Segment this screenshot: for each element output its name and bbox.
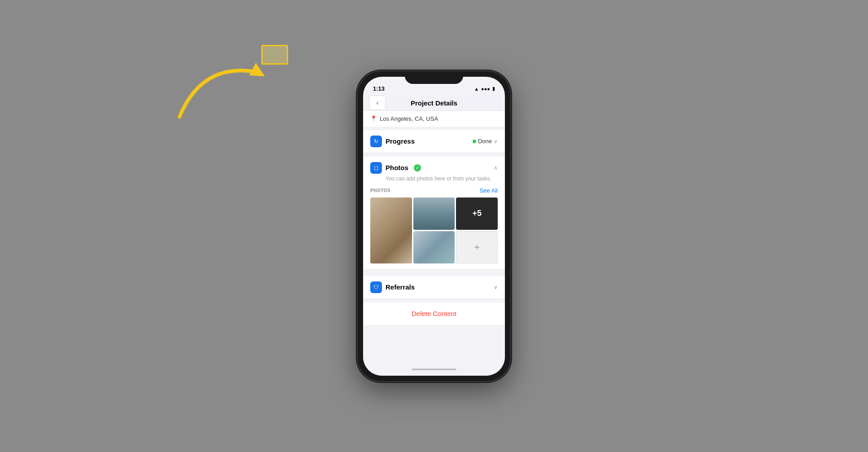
- progress-status: Done ∨: [473, 138, 498, 145]
- progress-header: ↻ Progress Done ∨: [370, 136, 498, 147]
- photos-chevron-icon: ∧: [494, 165, 498, 171]
- back-button[interactable]: ‹: [369, 96, 386, 110]
- wifi-icon: ●●●: [481, 86, 490, 92]
- home-indicator: [363, 363, 505, 376]
- referrals-section[interactable]: 🛡 Referrals ∨: [363, 276, 505, 299]
- referrals-icon: 🛡: [370, 281, 382, 293]
- photos-icon: ◻: [370, 162, 382, 174]
- see-all-button[interactable]: See All: [480, 187, 498, 194]
- location-row: 📍 Los Angeles, CA, USA: [363, 111, 505, 127]
- referrals-chevron-container: ∨: [494, 284, 498, 290]
- back-button-highlight: [261, 45, 288, 65]
- referrals-header-left: 🛡 Referrals: [370, 281, 415, 293]
- delete-button[interactable]: Delete Content: [412, 310, 456, 317]
- battery-icon: ▮: [492, 86, 495, 92]
- referrals-icon-symbol: 🛡: [373, 284, 379, 290]
- progress-status-dot: [473, 140, 476, 143]
- section-divider-2: [363, 153, 505, 157]
- nav-bar: ‹ Project Details: [363, 97, 505, 111]
- progress-icon-symbol: ↻: [374, 138, 378, 145]
- photos-label: PHOTOS: [370, 188, 390, 193]
- status-icons: ▲ ●●● ▮: [474, 86, 495, 92]
- photos-title: Photos: [386, 164, 408, 171]
- more-count-label: +5: [472, 209, 482, 218]
- photos-subtitle: You can add photos here or from your tas…: [386, 176, 498, 182]
- progress-header-left: ↻ Progress: [370, 136, 415, 147]
- progress-section[interactable]: ↻ Progress Done ∨: [363, 130, 505, 153]
- photos-check-badge: ✓: [414, 164, 421, 171]
- referrals-header: 🛡 Referrals ∨: [370, 281, 498, 293]
- photos-header: ◻ Photos ✓ ∧: [370, 162, 498, 174]
- photos-label-row: PHOTOS See All: [370, 187, 498, 194]
- photo-more[interactable]: +5: [456, 197, 498, 230]
- progress-title: Progress: [386, 137, 415, 145]
- photos-icon-symbol: ◻: [374, 165, 378, 171]
- progress-status-label: Done: [478, 138, 492, 145]
- scroll-content: 📍 Los Angeles, CA, USA ↻ Progress Done: [363, 111, 505, 363]
- photo-1[interactable]: [370, 197, 412, 263]
- nav-title: Project Details: [411, 99, 457, 107]
- phone-screen: 1:13 ▲ ●●● ▮ ‹ Project Details 📍 Los Ang…: [363, 77, 505, 376]
- progress-chevron-icon: ∨: [494, 138, 498, 145]
- photo-2[interactable]: [413, 197, 455, 230]
- progress-icon: ↻: [370, 136, 382, 147]
- photo-4[interactable]: [413, 231, 455, 263]
- delete-row: Delete Content: [363, 303, 505, 325]
- photos-header-left: ◻ Photos ✓: [370, 162, 421, 174]
- status-time: 1:13: [373, 85, 385, 92]
- location-pin-icon: 📍: [370, 115, 377, 122]
- add-photo-button[interactable]: +: [456, 231, 498, 263]
- referrals-title: Referrals: [386, 283, 415, 291]
- photo-grid: +5 +: [370, 197, 498, 263]
- photos-section: ◻ Photos ✓ ∧ You can add photos here or …: [363, 157, 505, 269]
- location-text: Los Angeles, CA, USA: [380, 115, 438, 122]
- section-divider-1: [363, 127, 505, 130]
- add-photo-icon: +: [474, 241, 480, 253]
- back-chevron-icon: ‹: [376, 99, 378, 107]
- phone-notch: [405, 71, 463, 84]
- photos-collapse[interactable]: ∧: [494, 165, 498, 171]
- phone-frame: 1:13 ▲ ●●● ▮ ‹ Project Details 📍 Los Ang…: [358, 71, 510, 381]
- referrals-chevron-icon: ∨: [494, 284, 498, 290]
- home-bar: [412, 369, 456, 370]
- section-divider-3: [363, 269, 505, 272]
- signal-icon: ▲: [474, 86, 479, 92]
